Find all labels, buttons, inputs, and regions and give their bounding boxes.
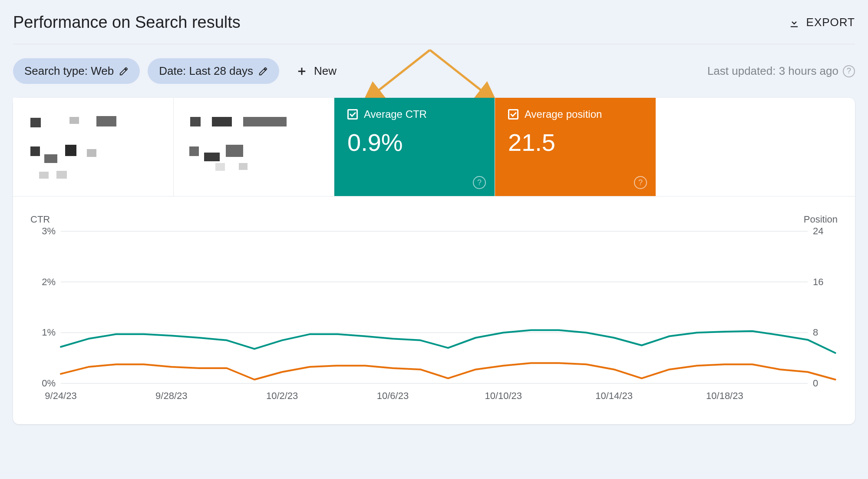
page-header: Performance on Search results EXPORT: [13, 13, 855, 44]
filter-date-label: Date: Last 28 days: [159, 64, 253, 78]
metric-position-value: 21.5: [508, 128, 643, 156]
chart-area: CTR Position 0%01%82%163%249/24/239/28/2…: [13, 196, 855, 424]
pencil-icon: [119, 67, 129, 76]
svg-text:10/6/23: 10/6/23: [377, 390, 409, 401]
last-updated-text: Last updated: 3 hours ago: [707, 64, 838, 78]
metric-position-label: Average position: [525, 108, 602, 120]
svg-text:10/2/23: 10/2/23: [266, 390, 298, 401]
export-button[interactable]: EXPORT: [788, 16, 855, 29]
export-label: EXPORT: [806, 16, 855, 29]
metric-box-redacted-2[interactable]: [174, 98, 334, 196]
svg-text:10/10/23: 10/10/23: [485, 390, 522, 401]
metric-ctr-label: Average CTR: [364, 108, 427, 120]
filter-date-range[interactable]: Date: Last 28 days: [148, 58, 279, 84]
filter-search-type[interactable]: Search type: Web: [13, 58, 140, 84]
filters-bar: Search type: Web Date: Last 28 days New …: [13, 44, 855, 98]
filter-search-type-label: Search type: Web: [24, 64, 114, 78]
add-filter-label: New: [314, 64, 337, 78]
svg-text:1%: 1%: [42, 327, 56, 338]
svg-text:3%: 3%: [42, 227, 56, 236]
svg-text:16: 16: [813, 276, 823, 287]
checkbox-icon: [347, 109, 358, 120]
svg-text:9/24/23: 9/24/23: [45, 390, 76, 401]
left-axis-label: CTR: [30, 214, 50, 225]
right-axis-label: Position: [804, 214, 838, 225]
svg-text:8: 8: [813, 327, 818, 338]
last-updated: Last updated: 3 hours ago ?: [707, 64, 855, 78]
help-icon[interactable]: ?: [634, 176, 647, 189]
svg-text:2%: 2%: [42, 276, 56, 287]
svg-text:10/14/23: 10/14/23: [595, 390, 633, 401]
plus-icon: [296, 65, 308, 77]
add-filter-button[interactable]: New: [296, 64, 337, 78]
help-icon[interactable]: ?: [843, 65, 855, 77]
pencil-icon: [258, 67, 268, 76]
metric-box-redacted-1[interactable]: [13, 98, 174, 196]
help-icon[interactable]: ?: [473, 176, 486, 189]
download-icon: [788, 17, 800, 29]
metric-box-position[interactable]: Average position 21.5 ?: [495, 98, 656, 196]
page-title: Performance on Search results: [13, 13, 241, 32]
svg-text:0: 0: [813, 378, 818, 389]
performance-card: Average CTR 0.9% ? Average position 21.5…: [13, 98, 855, 424]
metric-ctr-value: 0.9%: [347, 128, 482, 156]
svg-text:9/28/23: 9/28/23: [155, 390, 187, 401]
svg-text:0%: 0%: [42, 378, 56, 389]
metrics-row: Average CTR 0.9% ? Average position 21.5…: [13, 98, 855, 196]
filters-left: Search type: Web Date: Last 28 days New: [13, 58, 337, 84]
performance-line-chart: 0%01%82%163%249/24/239/28/2310/2/2310/6/…: [30, 227, 838, 409]
checkbox-icon: [508, 109, 518, 120]
metric-box-ctr[interactable]: Average CTR 0.9% ?: [334, 98, 495, 196]
svg-text:24: 24: [813, 227, 823, 236]
svg-text:10/18/23: 10/18/23: [706, 390, 743, 401]
